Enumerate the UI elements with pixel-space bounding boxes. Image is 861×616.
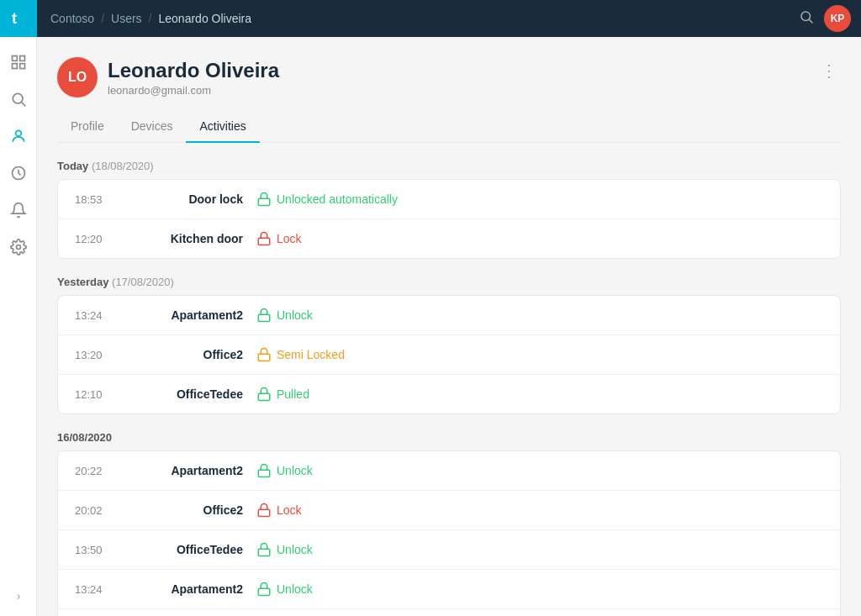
- table-row: 20:02 Office2 Lock: [58, 491, 840, 530]
- svg-rect-17: [258, 470, 270, 476]
- tab-activities[interactable]: Activities: [186, 111, 259, 143]
- tab-devices[interactable]: Devices: [118, 111, 187, 143]
- breadcrumb-contoso[interactable]: Contoso: [50, 12, 94, 25]
- breadcrumb-current: Leonardo Oliveira: [159, 12, 252, 25]
- app-logo[interactable]: t: [0, 0, 37, 37]
- section-title-today: Today (18/08/2020): [57, 160, 841, 172]
- user-email: leonardo@gmail.com: [108, 84, 279, 97]
- activity-status: Lock: [256, 503, 302, 518]
- section-yesterday: Yesterday (17/08/2020) 13:24 Apartament2…: [57, 276, 841, 414]
- activity-time: 18:53: [75, 193, 125, 206]
- section-date-yesterday: (17/08/2020): [112, 276, 174, 288]
- sidebar-item-users[interactable]: [3, 121, 34, 151]
- topbar-right: KP: [799, 5, 851, 32]
- sidebar: ›: [0, 37, 37, 616]
- breadcrumb: Contoso / Users / Leonardo Oliveira: [50, 12, 251, 25]
- user-header-left: LO Leonardo Oliveira leonardo@gmail.com: [57, 57, 279, 97]
- activity-device: Office2: [125, 348, 243, 361]
- activity-status: Unlocked automatically: [256, 192, 398, 207]
- table-row: 11:53 Office2 Lock: [58, 609, 840, 616]
- activity-device: Door lock: [125, 192, 243, 206]
- section-date-today: (18/08/2020): [92, 160, 154, 172]
- sidebar-item-search[interactable]: [3, 84, 34, 114]
- user-name: Leonardo Oliveira: [108, 59, 279, 82]
- activity-status: Lock: [256, 231, 302, 246]
- svg-rect-16: [258, 393, 270, 400]
- activity-time: 13:50: [75, 544, 125, 556]
- activity-status: Unlock: [256, 542, 313, 557]
- section-today: Today (18/08/2020) 18:53 Door lock Unloc…: [57, 160, 841, 259]
- user-info: Leonardo Oliveira leonardo@gmail.com: [108, 59, 279, 97]
- activity-time: 13:20: [75, 349, 125, 361]
- activity-device: Office2: [125, 503, 243, 517]
- svg-rect-4: [19, 56, 24, 61]
- sidebar-collapse[interactable]: ›: [0, 589, 37, 603]
- user-avatar-topbar[interactable]: KP: [824, 5, 851, 32]
- user-avatar: LO: [57, 57, 98, 97]
- activity-device: Apartament2: [125, 464, 243, 477]
- activity-status: Semi Locked: [256, 347, 345, 362]
- activity-device: Apartament2: [125, 308, 243, 322]
- activity-list-today: 18:53 Door lock Unlocked automatically 1…: [57, 179, 841, 259]
- table-row: 13:50 OfficeTedee Unlock: [58, 530, 840, 570]
- section-title-yesterday: Yesterday (17/08/2020): [57, 276, 841, 288]
- svg-text:t: t: [12, 10, 17, 27]
- table-row: 18:53 Door lock Unlocked automatically: [58, 180, 840, 219]
- more-options-button[interactable]: ⋮: [817, 57, 841, 84]
- activity-status: Pulled: [256, 387, 309, 402]
- table-row: 12:20 Kitchen door Lock: [58, 219, 840, 258]
- svg-rect-12: [258, 198, 270, 205]
- svg-point-7: [13, 93, 23, 103]
- activity-list-16082020: 20:22 Apartament2 Unlock 20:02 Office2 L…: [57, 450, 841, 616]
- svg-rect-18: [258, 509, 270, 516]
- search-icon[interactable]: [799, 9, 814, 28]
- svg-rect-15: [258, 354, 270, 361]
- activity-device: Kitchen door: [125, 232, 243, 245]
- activity-list-yesterday: 13:24 Apartament2 Unlock 13:20 Office2 S…: [57, 295, 841, 414]
- section-16082020: 16/08/2020 20:22 Apartament2 Unlock 20:0…: [57, 431, 841, 616]
- topbar-left: t Contoso / Users / Leonardo Oliveira: [0, 0, 251, 37]
- activity-status: Unlock: [256, 582, 313, 597]
- main-content: LO Leonardo Oliveira leonardo@gmail.com …: [37, 37, 861, 616]
- svg-rect-5: [12, 64, 17, 69]
- svg-point-11: [16, 245, 20, 250]
- svg-rect-6: [19, 64, 24, 69]
- table-row: 12:10 OfficeTedee Pulled: [58, 375, 840, 413]
- sidebar-item-history[interactable]: [3, 158, 34, 188]
- topbar: t Contoso / Users / Leonardo Oliveira KP: [0, 0, 861, 37]
- activity-time: 12:10: [75, 388, 125, 401]
- activity-device: OfficeTedee: [125, 543, 243, 556]
- breadcrumb-sep2: /: [149, 12, 152, 25]
- table-row: 13:24 Apartament2 Unlock: [58, 296, 840, 335]
- activity-time: 12:20: [75, 233, 125, 245]
- section-title-16082020: 16/08/2020: [57, 431, 841, 444]
- tabs: Profile Devices Activities: [57, 111, 841, 143]
- svg-rect-20: [258, 588, 270, 595]
- activity-time: 13:24: [75, 309, 125, 322]
- activity-status: Unlock: [256, 463, 313, 478]
- breadcrumb-sep1: /: [101, 12, 104, 25]
- svg-rect-13: [258, 238, 270, 245]
- activity-time: 13:24: [75, 583, 125, 596]
- table-row: 13:20 Office2 Semi Locked: [58, 335, 840, 375]
- table-row: 20:22 Apartament2 Unlock: [58, 451, 840, 491]
- activity-device: OfficeTedee: [125, 387, 243, 401]
- svg-line-8: [21, 103, 25, 107]
- table-row: 13:24 Apartament2 Unlock: [58, 570, 840, 609]
- user-header: LO Leonardo Oliveira leonardo@gmail.com …: [57, 57, 841, 97]
- sidebar-item-notifications[interactable]: [3, 195, 34, 225]
- svg-line-2: [809, 19, 812, 23]
- activity-device: Apartament2: [125, 582, 243, 596]
- tab-profile[interactable]: Profile: [57, 111, 118, 143]
- activity-time: 20:02: [75, 504, 125, 517]
- sidebar-item-dashboard[interactable]: [3, 47, 34, 77]
- breadcrumb-users[interactable]: Users: [111, 12, 142, 25]
- activity-time: 20:22: [75, 465, 125, 477]
- svg-point-9: [15, 130, 21, 136]
- activity-status: Unlock: [256, 308, 313, 323]
- svg-point-1: [801, 12, 811, 21]
- svg-rect-14: [258, 314, 270, 321]
- svg-rect-19: [258, 549, 270, 555]
- sidebar-item-settings[interactable]: [3, 232, 34, 262]
- svg-rect-3: [12, 56, 17, 61]
